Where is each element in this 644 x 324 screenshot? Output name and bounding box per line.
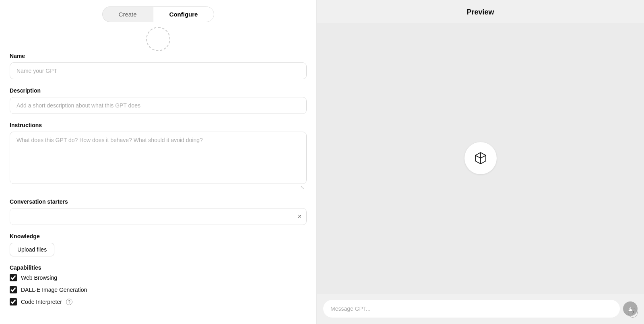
dalle-label: DALL·E Image Generation [21,287,87,293]
upload-files-button[interactable]: Upload files [10,243,54,256]
conversation-starters-field-group: Conversation starters × [10,198,307,225]
right-panel: Preview ▲ [317,0,644,324]
description-label: Description [10,87,307,94]
left-panel: Create Configure Name Description Instru… [0,0,317,324]
tab-configure[interactable]: Configure [153,6,215,22]
capabilities-section: Capabilities Web Browsing DALL·E Image G… [10,264,307,305]
clear-conversation-starter-button[interactable]: × [293,210,306,223]
resize-handle: ⤡ [10,183,307,190]
description-input[interactable] [10,97,307,114]
conversation-starters-label: Conversation starters [10,198,307,205]
capability-web-browsing: Web Browsing [10,274,307,281]
preview-body [317,23,644,293]
code-interpreter-help-icon[interactable]: ? [66,299,72,305]
instructions-textarea[interactable] [10,132,307,184]
name-input[interactable] [10,62,307,79]
knowledge-label: Knowledge [10,233,307,239]
web-browsing-checkbox[interactable] [10,274,17,281]
cube-icon [473,151,488,165]
capability-dalle: DALL·E Image Generation [10,286,307,293]
web-browsing-label: Web Browsing [21,274,57,281]
name-label: Name [10,53,307,59]
message-input[interactable] [323,300,620,318]
capability-code-interpreter: Code Interpreter ? [10,298,307,305]
description-field-group: Description [10,87,307,114]
instructions-field-group: Instructions ⤡ [10,122,307,190]
code-interpreter-checkbox[interactable] [10,298,17,305]
instructions-label: Instructions [10,122,307,128]
conversation-starter-input[interactable] [10,208,293,225]
avatar-placeholder[interactable] [146,27,170,51]
gpt-avatar-preview [464,142,497,174]
right-panel-wrapper: Preview ▲ ? [317,0,644,324]
conversation-input-row: × [10,208,307,225]
dalle-checkbox[interactable] [10,286,17,293]
name-field-group: Name [10,53,307,79]
avatar-area [0,22,316,53]
code-interpreter-label: Code Interpreter [21,299,62,305]
knowledge-field-group: Knowledge Upload files [10,233,307,256]
tab-create[interactable]: Create [102,6,153,22]
tabs-row: Create Configure [0,0,316,22]
preview-header: Preview [317,0,644,23]
preview-footer: ▲ [317,293,644,324]
capabilities-label: Capabilities [10,264,307,271]
scroll-content: Name Description Instructions ⤡ Conversa… [0,53,316,324]
help-icon-corner[interactable]: ? [628,308,638,318]
